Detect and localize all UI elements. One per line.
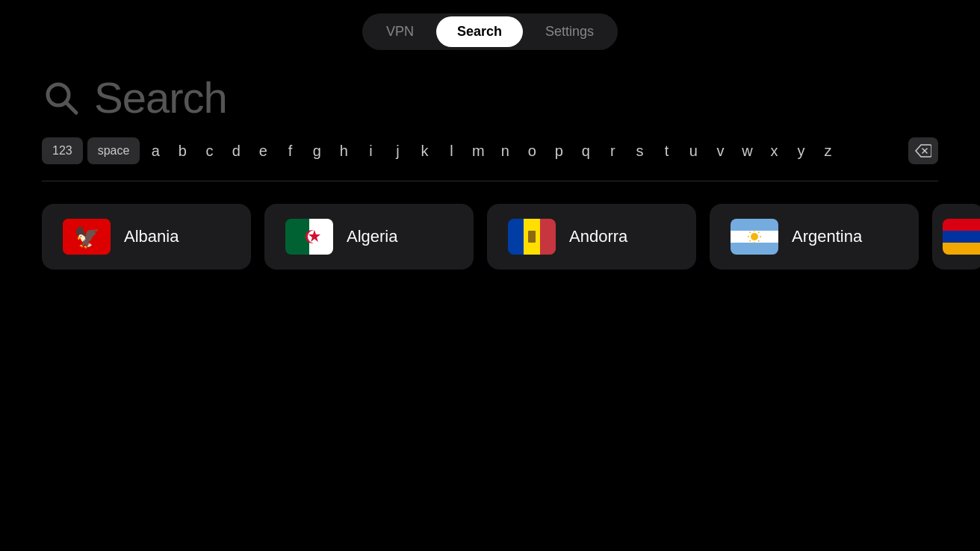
search-placeholder: Search <box>94 72 227 122</box>
search-area: Search <box>0 50 980 137</box>
key-o[interactable]: o <box>521 137 543 164</box>
country-card-argentina[interactable]: Argentina <box>710 204 919 270</box>
delete-key[interactable] <box>908 137 938 164</box>
svg-line-1 <box>66 102 76 113</box>
key-i[interactable]: i <box>359 137 382 164</box>
flag-albania: 🦅 <box>63 219 111 255</box>
key-c[interactable]: c <box>198 137 220 164</box>
nav-tab-group: VPN Search Settings <box>362 13 618 50</box>
country-name-albania: Albania <box>124 227 179 246</box>
key-f[interactable]: f <box>279 137 301 164</box>
key-q[interactable]: q <box>574 137 597 164</box>
svg-rect-17 <box>731 243 778 255</box>
key-space[interactable]: space <box>87 137 140 164</box>
svg-rect-28 <box>943 231 980 243</box>
country-name-andorra: Andorra <box>569 227 627 246</box>
search-icon <box>42 78 81 117</box>
key-y[interactable]: y <box>790 137 812 164</box>
tab-settings[interactable]: Settings <box>524 16 615 47</box>
country-name-algeria: Algeria <box>347 227 397 246</box>
key-s[interactable]: s <box>628 137 651 164</box>
top-navigation: VPN Search Settings <box>0 0 980 50</box>
flag-armenia <box>943 219 980 255</box>
svg-rect-29 <box>943 243 980 255</box>
key-z[interactable]: z <box>816 137 839 164</box>
country-name-argentina: Argentina <box>792 227 862 246</box>
svg-rect-13 <box>540 219 556 255</box>
key-u[interactable]: u <box>682 137 704 164</box>
country-cards-area: 🦅 Albania Algeria <box>0 181 980 270</box>
key-d[interactable]: d <box>225 137 247 164</box>
svg-line-23 <box>750 232 751 233</box>
svg-rect-15 <box>731 219 778 231</box>
svg-rect-11 <box>508 219 524 255</box>
keyboard-row: 123 space a b c d e f g h i j k l m n o … <box>0 137 980 164</box>
country-card-armenia-partial[interactable] <box>932 204 980 270</box>
country-card-algeria[interactable]: Algeria <box>264 204 474 270</box>
svg-line-25 <box>758 232 759 233</box>
svg-line-26 <box>750 240 751 241</box>
svg-rect-27 <box>943 219 980 231</box>
key-123[interactable]: 123 <box>42 137 83 164</box>
svg-point-18 <box>751 233 758 240</box>
svg-rect-14 <box>528 231 536 243</box>
key-x[interactable]: x <box>763 137 785 164</box>
key-p[interactable]: p <box>548 137 570 164</box>
flag-argentina <box>731 219 778 255</box>
svg-line-24 <box>758 240 759 241</box>
key-n[interactable]: n <box>494 137 516 164</box>
key-v[interactable]: v <box>709 137 731 164</box>
country-card-andorra[interactable]: Andorra <box>487 204 696 270</box>
key-m[interactable]: m <box>467 137 489 164</box>
key-e[interactable]: e <box>252 137 274 164</box>
key-l[interactable]: l <box>440 137 462 164</box>
key-g[interactable]: g <box>306 137 328 164</box>
key-h[interactable]: h <box>332 137 355 164</box>
key-t[interactable]: t <box>655 137 677 164</box>
key-b[interactable]: b <box>171 137 193 164</box>
svg-text:🦅: 🦅 <box>74 225 100 249</box>
key-w[interactable]: w <box>736 137 758 164</box>
tab-vpn[interactable]: VPN <box>365 16 435 47</box>
key-r[interactable]: r <box>601 137 624 164</box>
key-a[interactable]: a <box>144 137 167 164</box>
key-j[interactable]: j <box>386 137 409 164</box>
flag-andorra <box>508 219 556 255</box>
tab-search[interactable]: Search <box>436 16 523 47</box>
flag-algeria <box>285 219 333 255</box>
country-card-albania[interactable]: 🦅 Albania <box>42 204 251 270</box>
key-k[interactable]: k <box>413 137 435 164</box>
